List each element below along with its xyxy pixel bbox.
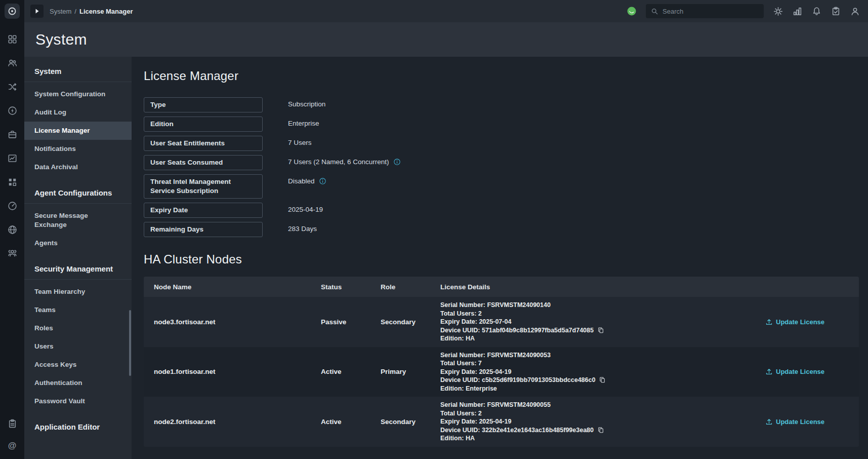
system-health-icon[interactable] [627,6,637,16]
sidebar-item-agents[interactable]: Agents [24,234,132,252]
field-value: Enterprise [288,117,319,127]
update-license-button[interactable]: Update License [765,418,824,426]
field-value: 283 Days [288,222,317,233]
copy-icon[interactable] [597,427,604,434]
field-label: User Seats Consumed [144,155,263,170]
edition-line: Edition: HA [440,334,765,343]
main-content: License Manager Type Subscription Editio… [132,57,868,459]
field-row-type: Type Subscription [144,97,859,112]
field-label: Remaining Days [144,222,263,237]
sidebar-item-access-keys[interactable]: Access Keys [24,356,132,374]
column-header-role: Role [381,283,440,291]
update-license-button[interactable]: Update License [765,368,824,375]
info-icon[interactable] [319,177,326,185]
sidebar-item-users[interactable]: Users [24,337,132,356]
briefcase-icon[interactable] [7,129,17,139]
serial-number-line: Serial Number: FSRVMSTM24090053 [440,351,765,360]
icon-rail: @ [0,0,24,459]
logo-icon [5,4,20,19]
column-header-license-details: License Details [440,283,765,291]
field-value: 2025-04-19 [288,203,323,213]
approvals-icon[interactable] [831,6,841,16]
sidebar-item-secure-message-exchange[interactable]: Secure Message Exchange [24,207,132,234]
globe-icon[interactable] [7,224,17,235]
apps-grid-icon[interactable] [7,177,17,187]
sidebar-item-system-configuration[interactable]: System Configuration [24,85,132,103]
action-cell: Update License [765,368,859,375]
sidebar-item-license-manager[interactable]: License Manager [24,122,132,140]
device-uuid-line: Device UUID: 322b2e41e2e1643ac16b485f99e… [440,426,765,435]
topbar: System / License Manager [24,0,868,22]
sidebar-item-team-hierarchy[interactable]: Team Hierarchy [24,283,132,301]
total-users-line: Total Users: 7 [440,359,765,368]
copy-icon[interactable] [597,327,604,334]
sidebar-item-teams[interactable]: Teams [24,301,132,319]
connectors-shuffle-icon[interactable] [7,82,17,92]
field-label: User Seat Entitlements [144,136,263,151]
sidebar-section-title: Application Editor [24,415,132,437]
field-row-user-seats-consumed: User Seats Consumed 7 Users (2 Named, 6 … [144,155,859,170]
copy-icon[interactable] [599,376,606,384]
sidebar-scrollbar[interactable] [129,310,131,376]
sidebar-section-title: Security Management [24,257,132,279]
field-label: Edition [144,117,263,132]
search-input[interactable] [663,8,759,15]
sidebar-item-data-archival[interactable]: Data Archival [24,158,132,176]
sidebar-item-audit-log[interactable]: Audit Log [24,103,132,122]
field-value: Disabled [288,174,326,185]
table-header-row: Node Name Status Role License Details [144,277,859,297]
breadcrumb-current: License Manager [79,8,133,15]
role-cell: Secondary [381,418,440,426]
expiry-date-line: Expiry Date: 2025-04-19 [440,417,765,426]
reports-chart-icon[interactable] [7,153,17,163]
column-header-node-name: Node Name [144,283,321,291]
table-row-node2: node2.fortisoar.net Active Secondary Ser… [144,397,859,447]
search-box[interactable] [646,4,764,18]
field-value: 7 Users [288,136,312,146]
sidebar-expand-button[interactable] [30,5,44,18]
breadcrumb-separator: / [74,8,76,15]
update-license-button[interactable]: Update License [765,318,824,326]
tasks-clipboard-icon[interactable] [7,418,17,429]
edition-line: Edition: Enterprise [440,385,765,393]
total-users-line: Total Users: 2 [440,409,765,418]
search-icon [651,8,658,15]
sidebar-item-roles[interactable]: Roles [24,319,132,337]
status-cell: Active [321,418,381,426]
field-value: Subscription [288,97,325,108]
info-icon[interactable] [393,158,401,166]
table-row-node3: node3.fortisoar.net Passive Secondary Se… [144,297,859,347]
sidebar-item-notifications[interactable]: Notifications [24,140,132,158]
sidebar: System System Configuration Audit Log Li… [24,57,132,459]
user-menu-icon[interactable] [850,6,860,16]
license-details-cell: Serial Number: FSRVMSTM24090140 Total Us… [440,297,765,347]
body-row: System System Configuration Audit Log Li… [24,57,868,459]
node-name-cell: node1.fortisoar.net [144,368,321,375]
navigator-gauge-icon[interactable] [7,201,17,211]
field-label: Threat Intel Management Service Subscrip… [144,174,263,199]
team-group-icon[interactable] [7,248,17,258]
sidebar-section-title: System [24,60,132,82]
sidebar-item-password-vault[interactable]: Password Vault [24,392,132,410]
notifications-bell-icon[interactable] [811,6,821,16]
breadcrumb: System / License Manager [50,8,133,15]
settings-gear-icon[interactable] [773,6,783,16]
mentions-at-icon[interactable]: @ [7,441,17,451]
dashboard-icon[interactable] [7,34,17,44]
role-cell: Primary [381,368,440,375]
automation-bolt-icon[interactable] [7,105,17,116]
field-row-expiry-date: Expiry Date 2025-04-19 [144,203,859,218]
column-header-status: Status [321,283,381,291]
app-logo[interactable] [0,0,24,22]
sidebar-item-authentication[interactable]: Authentication [24,374,132,392]
field-row-remaining-days: Remaining Days 283 Days [144,222,859,237]
users-icon[interactable] [7,58,17,68]
widgets-icon[interactable] [792,6,802,16]
page-title-band: System [24,22,868,57]
action-cell: Update License [765,318,859,326]
license-fields: Type Subscription Edition Enterprise Use… [144,97,859,237]
device-uuid-line: Device UUID: c5b25d6f919bb70913053bbdcce… [440,376,765,385]
field-row-threat-intel-subscription: Threat Intel Management Service Subscrip… [144,174,859,199]
rail-bottom-icons: @ [7,418,17,459]
breadcrumb-parent[interactable]: System [50,8,71,15]
